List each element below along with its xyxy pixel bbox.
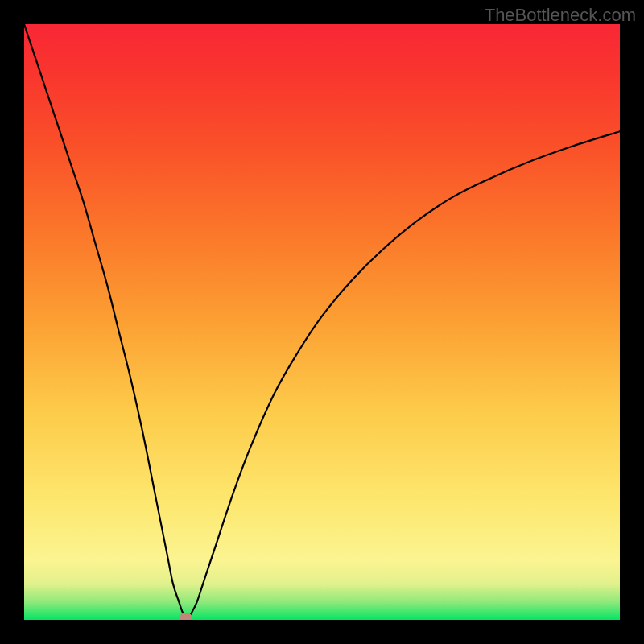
optimal-point-marker bbox=[180, 613, 192, 620]
svg-rect-0 bbox=[24, 24, 620, 620]
watermark-text: TheBottleneck.com bbox=[485, 5, 636, 26]
gradient-background bbox=[24, 24, 620, 620]
chart-plot-area bbox=[24, 24, 620, 620]
